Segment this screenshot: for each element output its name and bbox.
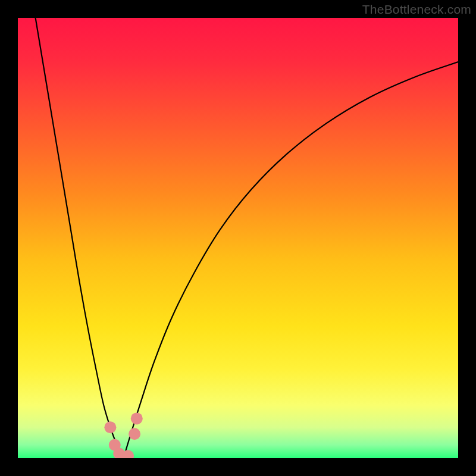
marker-point	[104, 421, 116, 433]
chart-background	[18, 18, 458, 458]
marker-point	[129, 428, 140, 440]
chart-plot-area	[18, 18, 458, 458]
watermark-label: TheBottleneck.com	[362, 2, 471, 17]
marker-point	[131, 412, 143, 424]
chart-svg	[18, 18, 458, 458]
chart-frame: TheBottleneck.com	[0, 0, 476, 476]
